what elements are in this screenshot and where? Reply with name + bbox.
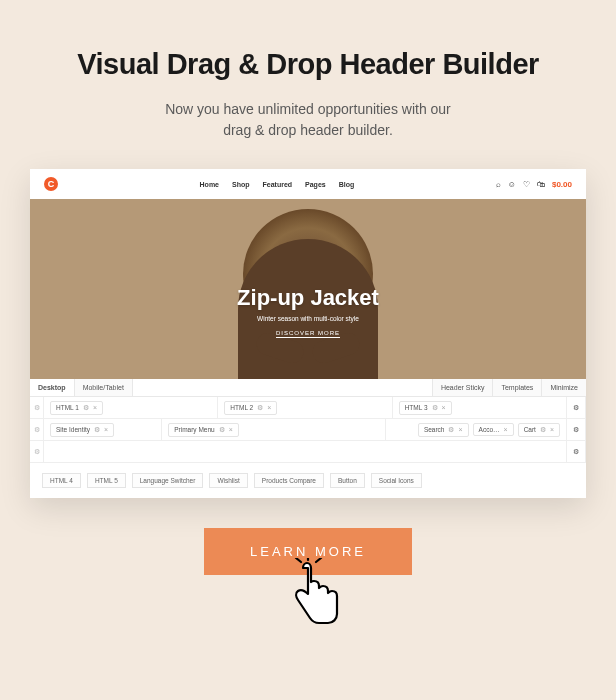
- minimize-button[interactable]: Minimize: [541, 379, 586, 396]
- builder-toolbar: Desktop Mobile/Tablet Header Sticky Temp…: [30, 379, 586, 397]
- builder-row-1: ⚙ HTML 1⚙× HTML 2⚙× HTML 3⚙× ⚙: [30, 397, 586, 419]
- block-site-identity[interactable]: Site Identity⚙×: [50, 423, 114, 437]
- user-icon[interactable]: ☺: [508, 180, 516, 189]
- row1-col1[interactable]: HTML 1⚙×: [44, 397, 218, 418]
- row-settings-icon[interactable]: ⚙: [567, 397, 586, 418]
- gear-icon[interactable]: ⚙: [83, 404, 89, 412]
- close-icon[interactable]: ×: [93, 404, 97, 411]
- block-primary-menu[interactable]: Primary Menu⚙×: [168, 423, 239, 437]
- palette-html5[interactable]: HTML 5: [87, 473, 126, 488]
- wishlist-icon[interactable]: ♡: [523, 180, 530, 189]
- block-html3[interactable]: HTML 3⚙×: [399, 401, 452, 415]
- site-logo[interactable]: C: [44, 177, 58, 191]
- row-settings-icon[interactable]: ⚙: [30, 397, 44, 418]
- tab-mobile-tablet[interactable]: Mobile/Tablet: [75, 379, 133, 396]
- menu-pages[interactable]: Pages: [305, 181, 326, 188]
- svg-line-0: [296, 558, 301, 562]
- site-header: C Home Shop Featured Pages Blog ⌕ ☺ ♡ 🛍 …: [30, 169, 586, 199]
- tab-desktop[interactable]: Desktop: [30, 379, 75, 396]
- cta-wrap: LEARN MORE: [204, 528, 412, 575]
- close-icon[interactable]: ×: [504, 426, 508, 433]
- gear-icon[interactable]: ⚙: [257, 404, 263, 412]
- row2-col2[interactable]: Primary Menu⚙×: [162, 419, 385, 440]
- row-settings-icon[interactable]: ⚙: [30, 441, 44, 462]
- block-search[interactable]: Search⚙×: [418, 423, 469, 437]
- row1-col3[interactable]: HTML 3⚙×: [393, 397, 567, 418]
- page-title: Visual Drag & Drop Header Builder: [77, 48, 539, 81]
- svg-line-1: [316, 558, 321, 562]
- row2-col1[interactable]: Site Identity⚙×: [44, 419, 162, 440]
- main-menu: Home Shop Featured Pages Blog: [58, 181, 496, 188]
- row-settings-icon[interactable]: ⚙: [567, 441, 586, 462]
- palette-products-compare[interactable]: Products Compare: [254, 473, 324, 488]
- hero-cta-link[interactable]: DISCOVER MORE: [276, 330, 340, 338]
- gear-icon[interactable]: ⚙: [432, 404, 438, 412]
- builder-row-2: ⚙ Site Identity⚙× Primary Menu⚙× Search⚙…: [30, 419, 586, 441]
- close-icon[interactable]: ×: [229, 426, 233, 433]
- close-icon[interactable]: ×: [267, 404, 271, 411]
- palette-html4[interactable]: HTML 4: [42, 473, 81, 488]
- row-settings-icon[interactable]: ⚙: [567, 419, 586, 440]
- block-html2[interactable]: HTML 2⚙×: [224, 401, 277, 415]
- gear-icon[interactable]: ⚙: [448, 426, 454, 434]
- cart-price: $0.00: [552, 180, 572, 189]
- preview-card: C Home Shop Featured Pages Blog ⌕ ☺ ♡ 🛍 …: [30, 169, 586, 498]
- block-cart[interactable]: Cart⚙×: [518, 423, 560, 437]
- row-settings-icon[interactable]: ⚙: [30, 419, 44, 440]
- page-subtitle: Now you have unlimited opportunities wit…: [165, 99, 451, 141]
- subtitle-line-2: drag & drop header builder.: [223, 122, 393, 138]
- close-icon[interactable]: ×: [104, 426, 108, 433]
- hero-subtext: Winter season with multi-color style: [257, 315, 359, 322]
- pointer-cursor-icon: [284, 558, 344, 628]
- block-palette: HTML 4 HTML 5 Language Switcher Wishlist…: [30, 463, 586, 498]
- search-icon[interactable]: ⌕: [496, 180, 501, 189]
- palette-social-icons[interactable]: Social Icons: [371, 473, 422, 488]
- close-icon[interactable]: ×: [550, 426, 554, 433]
- block-html1[interactable]: HTML 1⚙×: [50, 401, 103, 415]
- builder-row-3-empty[interactable]: ⚙ ⚙: [30, 441, 586, 463]
- gear-icon[interactable]: ⚙: [219, 426, 225, 434]
- gear-icon[interactable]: ⚙: [540, 426, 546, 434]
- menu-featured[interactable]: Featured: [263, 181, 293, 188]
- menu-home[interactable]: Home: [200, 181, 219, 188]
- menu-blog[interactable]: Blog: [339, 181, 355, 188]
- palette-button[interactable]: Button: [330, 473, 365, 488]
- palette-language-switcher[interactable]: Language Switcher: [132, 473, 204, 488]
- subtitle-line-1: Now you have unlimited opportunities wit…: [165, 101, 451, 117]
- row2-col3[interactable]: Search⚙× Acco…× Cart⚙×: [386, 419, 567, 440]
- hero-headline: Zip-up Jacket: [237, 285, 379, 311]
- close-icon[interactable]: ×: [458, 426, 462, 433]
- header-builder-panel: Desktop Mobile/Tablet Header Sticky Temp…: [30, 379, 586, 498]
- row1-col2[interactable]: HTML 2⚙×: [218, 397, 392, 418]
- templates-button[interactable]: Templates: [492, 379, 541, 396]
- cart-icon[interactable]: 🛍: [537, 180, 545, 189]
- palette-wishlist[interactable]: Wishlist: [209, 473, 247, 488]
- hero-banner: Zip-up Jacket Winter season with multi-c…: [30, 199, 586, 379]
- close-icon[interactable]: ×: [442, 404, 446, 411]
- header-icons: ⌕ ☺ ♡ 🛍 $0.00: [496, 180, 572, 189]
- block-account[interactable]: Acco…×: [473, 423, 514, 436]
- gear-icon[interactable]: ⚙: [94, 426, 100, 434]
- menu-shop[interactable]: Shop: [232, 181, 250, 188]
- header-sticky-button[interactable]: Header Sticky: [432, 379, 493, 396]
